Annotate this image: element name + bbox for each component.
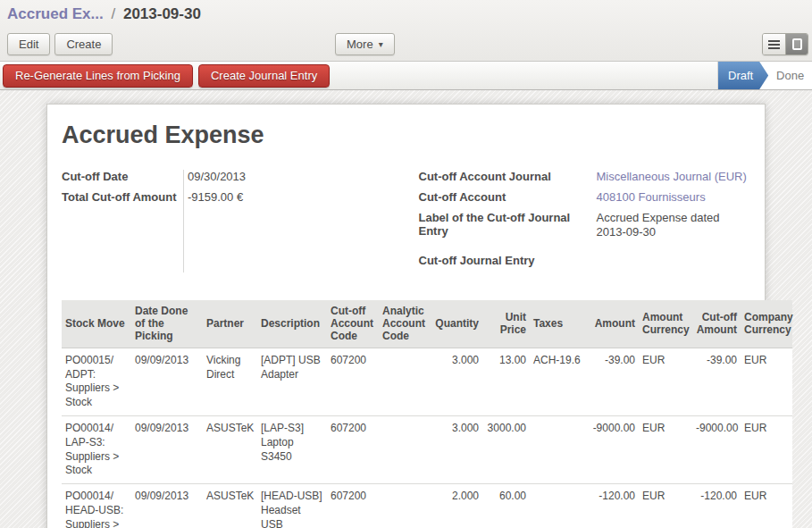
action-button-strip: Re-Generate Lines from Picking Create Jo… (0, 61, 812, 90)
cell-date-done: 09/09/2013 (131, 484, 203, 528)
top-header: Accrued Ex... / 2013-09-30 Edit Create M… (0, 0, 812, 61)
cutoff-date-value: 09/30/2013 (179, 170, 246, 183)
cell-partner: Vicking Direct (203, 348, 257, 415)
cutoff-account-label: Cut-off Account (419, 190, 597, 204)
table-header-row: Stock Move Date Done of the Picking Part… (62, 300, 792, 348)
form-view-button[interactable] (785, 34, 808, 54)
cell-taxes (530, 415, 585, 483)
cell-amount: -9000.00 (585, 415, 639, 483)
statusbar: Draft Done (717, 62, 812, 89)
more-dropdown-button[interactable]: More ▾ (335, 33, 395, 55)
cutoff-account-link[interactable]: 408100 Fournisseurs (597, 190, 751, 205)
col-header-amount-currency[interactable]: Amount Currency (639, 300, 692, 348)
more-label: More (347, 38, 373, 51)
page-title: Accrued Expense (62, 122, 750, 149)
list-icon (768, 40, 780, 49)
cell-taxes: ACH-19.6 (530, 348, 585, 415)
cell-date-done: 09/09/2013 (131, 348, 203, 415)
cell-amount: -120.00 (585, 484, 639, 528)
cell-cutoff-account-code: 607200 (327, 415, 379, 483)
cell-date-done: 09/09/2013 (131, 415, 203, 483)
cutoff-account-journal-link[interactable]: Miscellaneous Journal (EUR) (597, 170, 751, 184)
col-header-cutoff-amount[interactable]: Cut-off Amount (692, 300, 741, 348)
table-row[interactable]: PO00014/ HEAD-USB: Suppliers > Stock 09/… (62, 484, 792, 528)
edit-create-group: Edit Create (7, 33, 113, 55)
cell-amount-currency: EUR (639, 484, 692, 528)
form-icon (792, 38, 802, 50)
cell-stock-move: PO00014/ LAP-S3: Suppliers > Stock (62, 415, 131, 483)
breadcrumb-current: 2013-09-30 (123, 5, 201, 22)
cutoff-journal-entry-label: Cut-off Journal Entry (419, 254, 597, 267)
cell-cutoff-amount: -39.00 (692, 348, 741, 415)
table-row[interactable]: PO00014/ LAP-S3: Suppliers > Stock 09/09… (62, 415, 792, 483)
col-header-stock-move[interactable]: Stock Move (62, 300, 131, 348)
cell-analytic-account-code (379, 484, 429, 528)
cutoff-account-journal-label: Cut-off Account Journal (419, 170, 597, 183)
field-groups: Cut-off Date 09/30/2013 Total Cut-off Am… (62, 169, 750, 273)
view-switcher (762, 33, 808, 55)
cell-company-currency: EUR (741, 348, 792, 415)
col-header-date-done[interactable]: Date Done of the Picking (131, 300, 203, 348)
cell-analytic-account-code (379, 348, 429, 415)
cell-taxes (530, 484, 585, 528)
cutoff-date-label: Cut-off Date (62, 170, 179, 183)
regenerate-lines-button[interactable]: Re-Generate Lines from Picking (3, 64, 193, 88)
status-state-done[interactable]: Done (768, 62, 812, 89)
cell-quantity: 3.000 (429, 348, 482, 415)
odoo-window: Accrued Ex... / 2013-09-30 Edit Create M… (0, 0, 812, 528)
cell-company-currency: EUR (741, 484, 792, 528)
cell-company-currency: EUR (741, 415, 792, 483)
journal-entry-label-label: Label of the Cut-off Journal Entry (419, 211, 597, 238)
col-header-amount[interactable]: Amount (585, 300, 639, 348)
cell-description: [ADPT] USB Adapter (257, 348, 327, 415)
cell-partner: ASUSTeK (203, 484, 257, 528)
journal-entry-label-value: Accrued Expense dated 2013-09-30 (597, 211, 751, 240)
col-header-taxes[interactable]: Taxes (530, 300, 585, 348)
cutoff-lines-table: Stock Move Date Done of the Picking Part… (62, 300, 792, 528)
col-header-quantity[interactable]: Quantity (429, 300, 482, 348)
cell-stock-move: PO00014/ HEAD-USB: Suppliers > Stock (62, 484, 131, 528)
col-header-partner[interactable]: Partner (203, 300, 257, 348)
field-group-left: Cut-off Date 09/30/2013 Total Cut-off Am… (62, 169, 406, 273)
cell-cutoff-account-code: 607200 (327, 348, 379, 415)
breadcrumb-parent-link[interactable]: Accrued Ex... (7, 5, 104, 22)
cell-amount: -39.00 (585, 348, 639, 415)
field-row-journal-entry-label: Label of the Cut-off Journal Entry Accru… (419, 210, 751, 241)
field-row-total-cutoff-amount: Total Cut-off Amount -9159.00 € (62, 189, 406, 210)
col-header-analytic-account-code[interactable]: Analytic Account Code (379, 300, 429, 348)
total-cutoff-amount-label: Total Cut-off Amount (62, 190, 179, 204)
field-row-cutoff-account-journal: Cut-off Account Journal Miscellaneous Jo… (419, 169, 751, 189)
breadcrumb: Accrued Ex... / 2013-09-30 (0, 0, 812, 27)
create-journal-entry-button[interactable]: Create Journal Entry (198, 64, 330, 88)
col-header-cutoff-account-code[interactable]: Cut-off Account Code (327, 300, 379, 348)
breadcrumb-separator: / (111, 5, 115, 22)
table-row[interactable]: PO00015/ ADPT: Suppliers > Stock 09/09/2… (62, 348, 792, 415)
cell-amount-currency: EUR (639, 348, 692, 415)
col-header-description[interactable]: Description (257, 300, 327, 348)
field-row-cutoff-date: Cut-off Date 09/30/2013 (62, 169, 406, 189)
cell-analytic-account-code (379, 415, 429, 483)
toolbar: Edit Create More ▾ (0, 27, 812, 61)
cell-quantity: 3.000 (429, 415, 482, 483)
form-sheet: Accrued Expense Cut-off Date 09/30/2013 … (46, 104, 766, 528)
list-view-button[interactable] (763, 34, 785, 54)
create-button[interactable]: Create (54, 33, 113, 55)
cell-cutoff-account-code: 607200 (327, 484, 379, 528)
cell-unit-price: 3000.00 (482, 415, 530, 483)
cell-cutoff-amount: -120.00 (692, 484, 741, 528)
status-state-draft[interactable]: Draft (718, 62, 768, 89)
chevron-down-icon: ▾ (379, 40, 383, 49)
cell-quantity: 2.000 (429, 484, 482, 528)
field-row-cutoff-account: Cut-off Account 408100 Fournisseurs (419, 189, 751, 210)
cell-amount-currency: EUR (639, 415, 692, 483)
cell-description: [LAP-S3] Laptop S3450 (257, 415, 327, 483)
cell-cutoff-amount: -9000.00 (692, 415, 741, 483)
edit-button[interactable]: Edit (7, 33, 50, 55)
cell-partner: ASUSTeK (203, 415, 257, 483)
cell-description: [HEAD-USB] Headset USB (257, 484, 327, 528)
col-header-company-currency[interactable]: Company Currency (741, 300, 792, 348)
field-row-cutoff-journal-entry: Cut-off Journal Entry (419, 253, 751, 273)
cell-unit-price: 13.00 (482, 348, 530, 415)
cell-stock-move: PO00015/ ADPT: Suppliers > Stock (62, 348, 131, 415)
col-header-unit-price[interactable]: Unit Price (482, 300, 530, 348)
